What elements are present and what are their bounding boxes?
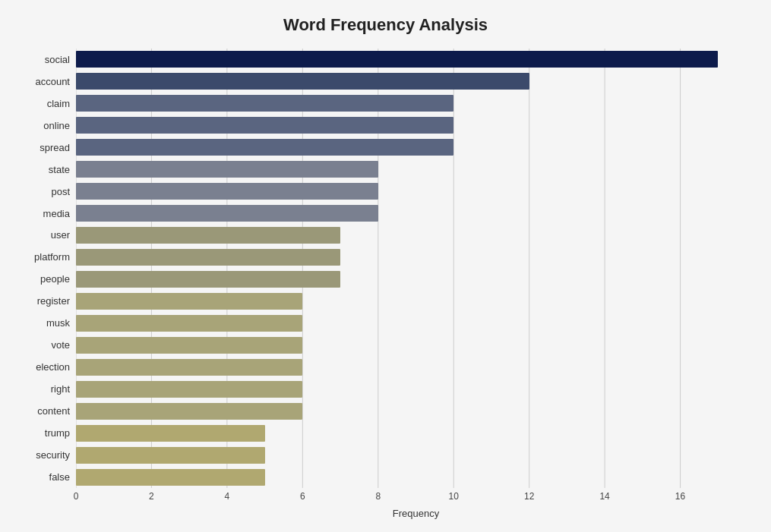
bar-row-musk (76, 312, 756, 334)
x-tick-4: 4 (225, 491, 230, 502)
bar-row-register (76, 290, 756, 312)
chart-container: Word Frequency Analysis socialaccountcla… (0, 0, 771, 532)
bar-register (76, 293, 302, 310)
y-label-right: right (51, 378, 70, 400)
bar-election (76, 359, 302, 376)
bar-account (76, 73, 529, 90)
bar-row-state (76, 159, 756, 181)
y-label-media: media (43, 203, 70, 225)
chart-title: Word Frequency Analysis (15, 15, 756, 35)
bar-row-spread (76, 137, 756, 159)
bar-row-account (76, 71, 756, 93)
x-tick-0: 0 (74, 491, 79, 502)
x-tick-6: 6 (300, 491, 305, 502)
bar-false (76, 469, 265, 486)
y-label-content: content (37, 400, 70, 422)
bar-content (76, 403, 302, 420)
y-label-musk: musk (46, 312, 70, 334)
x-tick-14: 14 (599, 491, 609, 502)
x-tick-8: 8 (375, 491, 381, 502)
y-label-state: state (49, 159, 70, 181)
y-labels: socialaccountclaimonlinespreadstatepostm… (15, 49, 76, 488)
y-label-election: election (36, 356, 70, 378)
bar-post (76, 183, 378, 200)
y-label-social: social (45, 49, 70, 71)
bar-row-false (76, 466, 756, 488)
bar-media (76, 205, 378, 222)
bar-right (76, 381, 302, 398)
y-label-false: false (49, 466, 70, 488)
bar-people (76, 271, 340, 288)
x-tick-12: 12 (524, 491, 534, 502)
bar-row-security (76, 444, 756, 466)
chart-area: socialaccountclaimonlinespreadstatepostm… (15, 49, 756, 488)
y-label-account: account (35, 71, 70, 93)
x-tick-2: 2 (149, 491, 154, 502)
bar-row-people (76, 269, 756, 291)
bar-row-online (76, 115, 756, 137)
x-tick-10: 10 (449, 491, 459, 502)
y-label-user: user (51, 225, 70, 247)
bar-row-social (76, 49, 756, 71)
bar-row-media (76, 203, 756, 225)
bar-row-right (76, 378, 756, 400)
y-label-claim: claim (47, 93, 70, 115)
x-tick-16: 16 (675, 491, 685, 502)
bar-vote (76, 337, 302, 354)
bar-row-vote (76, 334, 756, 356)
bar-trump (76, 425, 265, 442)
y-label-platform: platform (34, 246, 70, 268)
bar-social (76, 51, 718, 68)
bar-row-platform (76, 247, 756, 269)
y-label-spread: spread (39, 137, 70, 159)
y-label-people: people (40, 268, 70, 290)
y-label-security: security (36, 444, 70, 466)
bar-row-user (76, 225, 756, 247)
y-label-post: post (51, 181, 70, 203)
bar-musk (76, 315, 302, 332)
bar-spread (76, 139, 453, 156)
bar-platform (76, 249, 340, 266)
bar-row-trump (76, 422, 756, 444)
bar-row-content (76, 400, 756, 422)
y-label-vote: vote (51, 334, 70, 356)
bars-area (76, 49, 756, 488)
y-label-online: online (43, 115, 70, 137)
x-axis-container: 0246810121416 Frequency (76, 491, 756, 519)
bar-online (76, 117, 453, 134)
y-label-trump: trump (45, 422, 70, 444)
bar-user (76, 227, 340, 244)
bar-security (76, 447, 265, 464)
bar-row-claim (76, 93, 756, 115)
bar-state (76, 161, 378, 178)
bar-claim (76, 95, 453, 112)
bar-row-election (76, 356, 756, 378)
x-axis-label: Frequency (76, 508, 756, 519)
y-label-register: register (37, 290, 70, 312)
bar-row-post (76, 181, 756, 203)
